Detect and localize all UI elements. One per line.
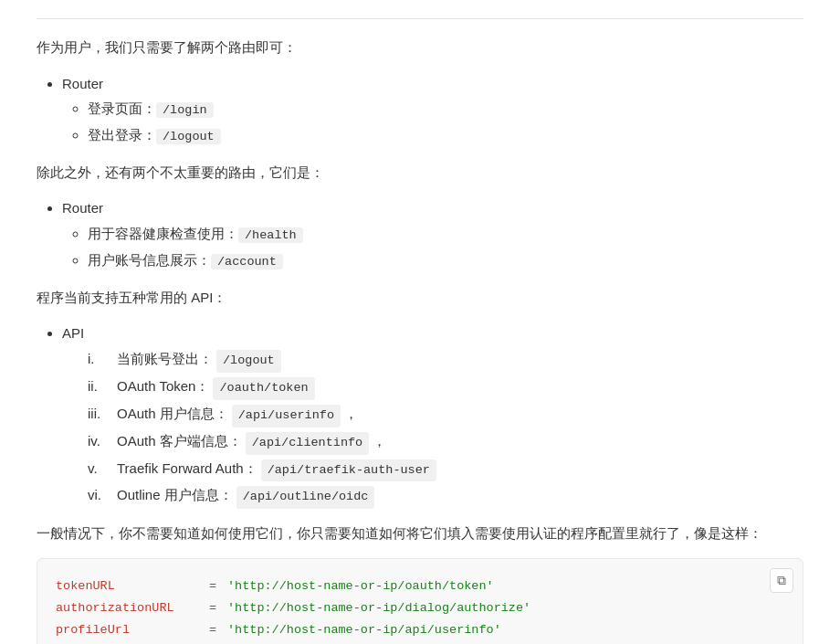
api-sublist: i. 当前账号登出：/logout ii. OAuth Token：/oauth… xyxy=(88,347,803,510)
api-logout-label: 当前账号登出： xyxy=(117,347,213,371)
api-item-userinfo: iii. OAuth 用户信息：/api/userinfo， xyxy=(88,402,803,428)
login-label: 登录页面： xyxy=(88,100,156,116)
router-sublist-1: 登录页面：/login 登出登录：/logout xyxy=(88,97,803,148)
api-outline-code: /api/outline/oidc xyxy=(236,486,375,509)
api-clientinfo-label: OAuth 客户端信息： xyxy=(117,429,242,453)
copy-button[interactable]: ⧉ xyxy=(770,568,793,593)
api-num-4: iv. xyxy=(88,429,113,453)
router-label-2: Router xyxy=(62,200,103,216)
api-num-3: iii. xyxy=(88,402,113,426)
api-oauth-token-code: /oauth/token xyxy=(213,377,314,400)
router-list-1: Router 登录页面：/login 登出登录：/logout xyxy=(62,72,803,148)
list-item-account: 用户账号信息展示：/account xyxy=(88,248,803,273)
code-line-2: authorizationURL = 'http://host-name-or-… xyxy=(56,597,784,619)
list-item-router-1: Router 登录页面：/login 登出登录：/logout xyxy=(62,72,803,148)
logout-label-1: 登出登录： xyxy=(88,127,156,143)
code-key-3: profileUrl xyxy=(56,619,202,641)
code-key-2: authorizationURL xyxy=(56,597,202,619)
health-code: /health xyxy=(238,227,303,243)
code-line-1: tokenURL = 'http://host-name-or-ip/oauth… xyxy=(56,575,784,597)
router-label-1: Router xyxy=(62,76,103,91)
api-item-oauth-token: ii. OAuth Token：/oauth/token xyxy=(88,375,803,400)
health-label: 用于容器健康检查使用： xyxy=(88,226,238,241)
api-userinfo-suffix: ， xyxy=(344,402,358,426)
intro-text-3: 程序当前支持五种常用的 API： xyxy=(37,286,803,310)
api-item-outline: vi. Outline 用户信息：/api/outline/oidc xyxy=(88,483,803,509)
list-item-health: 用于容器健康检查使用：/health xyxy=(88,222,803,247)
account-code: /account xyxy=(211,254,283,269)
api-item-logout: i. 当前账号登出：/logout xyxy=(88,347,803,373)
code-block: ⧉ tokenURL = 'http://host-name-or-ip/oau… xyxy=(37,558,803,644)
api-label: API xyxy=(62,325,84,341)
code-eq-1: = xyxy=(202,575,227,597)
router-sublist-2: 用于容器健康检查使用：/health 用户账号信息展示：/account xyxy=(88,222,803,273)
api-traefik-label: Traefik Forward Auth： xyxy=(117,457,257,480)
account-label: 用户账号信息展示： xyxy=(88,252,211,268)
api-list: API i. 当前账号登出：/logout ii. OAuth Token：/o… xyxy=(62,322,803,509)
api-clientinfo-code: /api/clientinfo xyxy=(246,432,370,455)
api-num-6: vi. xyxy=(88,483,113,507)
intro-text-1: 作为用户，我们只需要了解两个路由即可： xyxy=(37,36,803,59)
api-num-1: i. xyxy=(88,347,113,371)
api-outline-label: Outline 用户信息： xyxy=(117,483,233,507)
api-traefik-code: /api/traefik-auth-user xyxy=(261,459,436,482)
api-oauth-token-label: OAuth Token： xyxy=(117,375,209,398)
list-item-logout-1: 登出登录：/logout xyxy=(88,123,803,148)
code-key-1: tokenURL xyxy=(56,575,202,597)
api-clientinfo-suffix: ， xyxy=(373,429,386,453)
code-eq-2: = xyxy=(202,597,227,619)
code-line-3: profileUrl = 'http://host-name-or-ip/api… xyxy=(56,619,784,641)
api-num-2: ii. xyxy=(88,375,113,398)
api-num-5: v. xyxy=(88,457,113,480)
list-item-router-2: Router 用于容器健康检查使用：/health 用户账号信息展示：/acco… xyxy=(62,196,803,272)
page-container: 作为用户，我们只需要了解两个路由即可： Router 登录页面：/login 登… xyxy=(0,0,840,644)
code-val-2: 'http://host-name-or-ip/dialog/authorize… xyxy=(227,597,530,619)
list-item-login: 登录页面：/login xyxy=(88,97,803,121)
code-eq-3: = xyxy=(202,619,227,641)
api-userinfo-code: /api/userinfo xyxy=(232,405,341,428)
general-text: 一般情况下，你不需要知道如何使用它们，你只需要知道如何将它们填入需要使用认证的程… xyxy=(37,522,803,545)
api-userinfo-label: OAuth 用户信息： xyxy=(117,402,228,426)
router-list-2: Router 用于容器健康检查使用：/health 用户账号信息展示：/acco… xyxy=(62,196,803,272)
logout-code-1: /logout xyxy=(156,129,221,144)
api-item-traefik: v. Traefik Forward Auth：/api/traefik-aut… xyxy=(88,457,803,482)
api-logout-code: /logout xyxy=(216,350,281,373)
code-val-1: 'http://host-name-or-ip/oauth/token' xyxy=(227,575,494,597)
login-code: /login xyxy=(156,102,214,118)
api-item-clientinfo: iv. OAuth 客户端信息：/api/clientinfo， xyxy=(88,429,803,455)
top-divider xyxy=(37,18,803,19)
intro-text-2: 除此之外，还有两个不太重要的路由，它们是： xyxy=(37,161,803,185)
code-val-3: 'http://host-name-or-ip/api/userinfo' xyxy=(227,619,501,641)
list-item-api: API i. 当前账号登出：/logout ii. OAuth Token：/o… xyxy=(62,322,803,509)
